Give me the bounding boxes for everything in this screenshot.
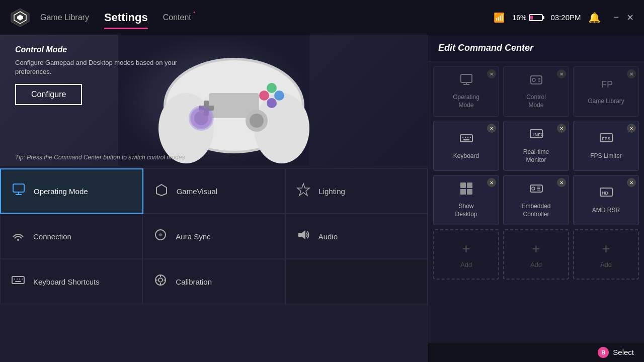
svg-rect-30	[12, 277, 24, 284]
gamevisual-label: GameVisual	[177, 187, 217, 196]
svg-point-14	[274, 90, 284, 101]
grid-cell-lighting[interactable]: Lighting	[285, 168, 428, 214]
grid-cell-operating-mode[interactable]: Operating Mode	[0, 168, 143, 214]
grid-row-3: Keyboard Shortcuts Calibration	[0, 259, 428, 304]
svg-rect-61	[460, 183, 466, 188]
cmd-fps-limiter-label: FPS Limiter	[590, 152, 622, 160]
connection-label: Connection	[33, 232, 71, 241]
left-panel: Control Mode Configure Gamepad and Deskt…	[0, 35, 428, 362]
svg-marker-29	[302, 230, 305, 239]
nav-settings[interactable]: Settings	[104, 9, 148, 27]
svg-text:FPS: FPS	[601, 79, 613, 89]
cmd-card-embedded-controller[interactable]: ✕ EmbeddedController	[503, 175, 569, 225]
svg-rect-64	[467, 189, 472, 195]
cmd-row-2: ✕ Keyboard ✕ INFO Real-timeMonitor ✕	[433, 121, 639, 171]
cmd-card-game-profiles[interactable]: ✕ FPS Game Library	[573, 66, 639, 117]
cmd-card-keyboard[interactable]: ✕ Keyboard	[433, 121, 499, 171]
cmd-card-fps-limiter[interactable]: ✕ FPS FPS Limiter	[573, 121, 639, 171]
svg-point-66	[532, 187, 535, 190]
notification-icon[interactable]: 🔔	[588, 12, 601, 24]
grid-cell-audio[interactable]: Audio	[285, 214, 428, 259]
battery-fill	[530, 16, 532, 20]
cmd-keyboard-label: Keyboard	[453, 152, 479, 160]
right-panel: Edit Command Center ✕ OperatingMode ✕	[428, 35, 644, 362]
cmd-add-slot-1[interactable]: + Add	[433, 229, 499, 280]
right-panel-title: Edit Command Center	[438, 43, 634, 53]
svg-rect-51	[460, 135, 472, 142]
remove-fps-limiter-button[interactable]: ✕	[627, 124, 636, 133]
grid-row-1: Operating Mode GameVisual Lighting	[0, 168, 428, 214]
bottom-bar: B Select	[428, 342, 644, 362]
controller-area: Control Mode Configure Gamepad and Deskt…	[0, 35, 428, 166]
nav-game-library[interactable]: Game Library	[40, 11, 89, 25]
cmd-add-slot-2[interactable]: + Add	[503, 229, 569, 280]
cmd-game-profiles-label: Game Library	[588, 98, 624, 106]
svg-rect-21	[13, 184, 24, 192]
svg-text:INFO: INFO	[533, 132, 543, 137]
remove-embedded-controller-button[interactable]: ✕	[557, 178, 566, 187]
cmd-control-mode-label: ControlMode	[526, 94, 546, 109]
grid-cell-gamevisual[interactable]: GameVisual	[143, 168, 286, 214]
right-panel-header: Edit Command Center	[428, 35, 644, 61]
grid-cell-aura-sync[interactable]: Aura Sync	[142, 214, 285, 259]
calibration-icon	[153, 273, 168, 290]
remove-control-mode-button[interactable]: ✕	[557, 69, 566, 78]
control-mode-title: Control Mode	[15, 45, 191, 54]
cmd-amd-rsr-label: AMD RSR	[592, 207, 620, 215]
cmd-card-show-desktop[interactable]: ✕ ShowDesktop	[433, 175, 499, 225]
add-slot-3-label: Add	[600, 261, 612, 268]
control-mode-description: Configure Gamepad and Desktop modes base…	[15, 58, 191, 76]
remove-amd-rsr-button[interactable]: ✕	[627, 178, 636, 187]
remove-game-profiles-button[interactable]: ✕	[627, 69, 636, 78]
add-slot-2-icon: +	[532, 241, 540, 257]
operating-mode-label: Operating Mode	[34, 187, 88, 196]
audio-label: Audio	[318, 232, 338, 241]
audio-icon	[296, 228, 311, 245]
window-controls: − ✕	[613, 12, 634, 23]
svg-point-46	[532, 78, 535, 81]
main-content: Control Mode Configure Gamepad and Deskt…	[0, 35, 644, 362]
cmd-add-slot-3[interactable]: + Add	[573, 229, 639, 280]
topbar-right: 📶 16% 03:20PM 🔔 − ✕	[494, 12, 634, 24]
svg-marker-24	[156, 185, 167, 196]
svg-point-12	[250, 114, 264, 128]
svg-rect-62	[467, 183, 472, 188]
remove-keyboard-button[interactable]: ✕	[487, 124, 496, 133]
remove-realtime-monitor-button[interactable]: ✕	[557, 124, 566, 133]
cmd-keyboard-icon	[459, 131, 473, 148]
remove-show-desktop-button[interactable]: ✕	[487, 178, 496, 187]
cmd-operating-mode-icon	[460, 73, 473, 89]
select-button[interactable]: B Select	[598, 347, 634, 358]
settings-grid: Operating Mode GameVisual Lighting	[0, 168, 428, 362]
cmd-card-control-mode[interactable]: ✕ ControlMode	[503, 66, 569, 117]
cmd-row-partial: ✕ OperatingMode ✕ ControlMode ✕	[433, 66, 639, 117]
grid-cell-connection[interactable]: Connection	[0, 214, 142, 259]
close-button[interactable]: ✕	[626, 12, 634, 23]
configure-button[interactable]: Configure	[15, 84, 82, 105]
cmd-card-amd-rsr[interactable]: ✕ HD AMD RSR	[573, 175, 639, 225]
grid-cell-empty	[285, 259, 428, 304]
cmd-show-desktop-icon	[459, 182, 473, 199]
cmd-card-operating-mode[interactable]: ✕ OperatingMode	[433, 66, 499, 117]
cmd-card-realtime-monitor[interactable]: ✕ INFO Real-timeMonitor	[503, 121, 569, 171]
connection-icon	[11, 228, 26, 245]
add-slot-3-icon: +	[602, 241, 610, 257]
gamevisual-icon	[154, 183, 169, 200]
minimize-button[interactable]: −	[613, 12, 619, 23]
svg-point-15	[259, 90, 269, 101]
keyboard-shortcuts-icon	[11, 273, 26, 290]
aura-sync-label: Aura Sync	[176, 232, 210, 241]
grid-cell-keyboard-shortcuts[interactable]: Keyboard Shortcuts	[0, 259, 142, 304]
cmd-show-desktop-label: ShowDesktop	[455, 203, 477, 218]
aura-sync-icon	[153, 228, 168, 245]
add-slot-2-label: Add	[530, 261, 542, 268]
svg-text:HD: HD	[602, 191, 608, 196]
grid-row-2: Connection Aura Sync Audio	[0, 214, 428, 259]
cmd-row-3: ✕ ShowDesktop ✕ EmbeddedController ✕	[433, 175, 639, 225]
remove-operating-mode-button[interactable]: ✕	[487, 69, 496, 78]
cmd-realtime-monitor-label: Real-timeMonitor	[523, 148, 549, 164]
nav-content[interactable]: Content	[163, 11, 191, 25]
svg-marker-25	[297, 184, 309, 196]
grid-cell-calibration[interactable]: Calibration	[142, 259, 285, 304]
svg-point-13	[267, 98, 277, 108]
